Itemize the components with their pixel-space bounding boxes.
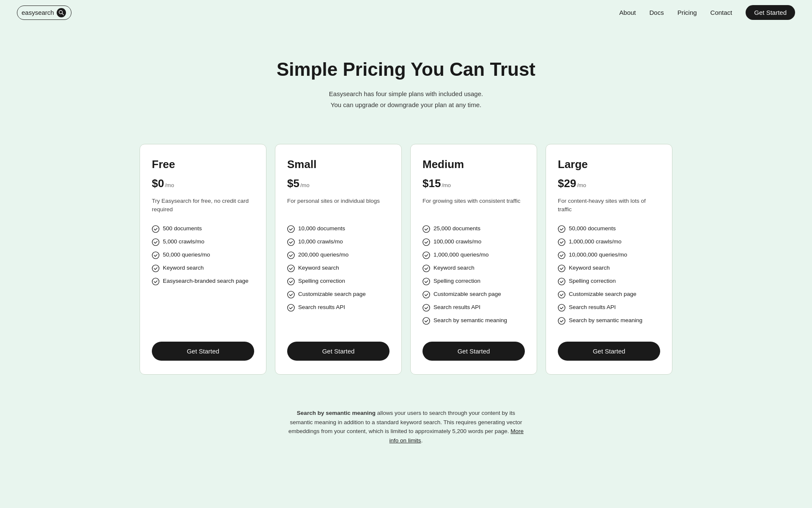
feature-item: 25,000 documents <box>422 225 525 233</box>
check-icon <box>558 251 565 259</box>
svg-point-9 <box>288 252 294 259</box>
check-icon <box>558 291 565 298</box>
feature-text: Search results API <box>298 304 345 312</box>
price-symbol: $ <box>287 177 293 190</box>
plan-description: For content-heavy sites with lots of tra… <box>558 197 660 215</box>
svg-point-22 <box>558 226 565 232</box>
svg-point-7 <box>288 226 294 232</box>
features-list: 25,000 documents 100,000 crawls/mo 1,000… <box>422 225 525 330</box>
hero-subtitle-line2: You can upgrade or downgrade your plan a… <box>331 101 481 108</box>
price-amount: 5 <box>293 177 299 190</box>
feature-item: Customizable search page <box>422 290 525 298</box>
pricing-card-large: Large $ 29 /mo For content-heavy sites w… <box>546 144 672 375</box>
check-icon <box>558 278 565 285</box>
hero-subtitle-line1: Easysearch has four simple plans with in… <box>329 90 483 97</box>
feature-item: 1,000,000 queries/mo <box>422 251 525 259</box>
svg-point-18 <box>423 278 430 285</box>
price-period: /mo <box>442 182 451 188</box>
get-started-button-small[interactable]: Get Started <box>287 342 390 361</box>
feature-text: 5,000 crawls/mo <box>163 238 204 246</box>
feature-text: 1,000,000 queries/mo <box>433 251 489 259</box>
feature-text: Spelling correction <box>298 277 345 285</box>
plan-name: Free <box>152 158 254 171</box>
svg-point-3 <box>152 239 159 246</box>
feature-text: 100,000 crawls/mo <box>433 238 481 246</box>
check-icon <box>422 265 430 272</box>
feature-item: Easysearch-branded search page <box>152 277 254 285</box>
footer-note: Search by semantic meaning allows your u… <box>279 400 533 462</box>
feature-item: Search by semantic meaning <box>422 317 525 325</box>
check-icon <box>558 304 565 312</box>
feature-item: Search results API <box>558 304 660 312</box>
svg-point-15 <box>423 239 430 246</box>
feature-item: Spelling correction <box>558 277 660 285</box>
check-icon <box>152 265 159 272</box>
pricing-section: Free $ 0 /mo Try Easysearch for free, no… <box>110 131 702 400</box>
feature-text: Search results API <box>433 304 480 312</box>
check-icon <box>152 251 159 259</box>
check-icon <box>152 225 159 233</box>
feature-item: Keyword search <box>558 264 660 272</box>
feature-item: 10,000,000 queries/mo <box>558 251 660 259</box>
svg-point-16 <box>423 252 430 259</box>
feature-item: 100,000 crawls/mo <box>422 238 525 246</box>
svg-point-8 <box>288 239 294 246</box>
nav-link-about[interactable]: About <box>619 9 636 16</box>
logo[interactable]: easysearch <box>17 6 71 20</box>
search-icon <box>57 8 66 17</box>
get-started-button-free[interactable]: Get Started <box>152 342 254 361</box>
svg-line-1 <box>62 13 63 15</box>
price-symbol: $ <box>422 177 428 190</box>
nav-link-pricing[interactable]: Pricing <box>678 9 697 16</box>
price-period: /mo <box>165 182 174 188</box>
svg-point-17 <box>423 265 430 272</box>
get-started-button-medium[interactable]: Get Started <box>422 342 525 361</box>
svg-point-24 <box>558 252 565 259</box>
feature-item: 1,000,000 crawls/mo <box>558 238 660 246</box>
check-icon <box>422 251 430 259</box>
check-icon <box>558 238 565 246</box>
price-amount: 0 <box>158 177 164 190</box>
price-amount: 29 <box>564 177 576 190</box>
feature-text: 200,000 queries/mo <box>298 251 348 259</box>
plan-price: $ 29 /mo <box>558 177 660 190</box>
check-icon <box>422 317 430 325</box>
feature-text: Easysearch-branded search page <box>163 277 249 285</box>
feature-item: 10,000 documents <box>287 225 390 233</box>
footer-note-text: Search by semantic meaning allows your u… <box>288 409 524 445</box>
svg-point-6 <box>152 278 159 285</box>
hero-subtitle: Easysearch has four simple plans with in… <box>8 88 804 110</box>
svg-point-21 <box>423 318 430 324</box>
nav-get-started-button[interactable]: Get Started <box>746 5 795 20</box>
nav-link-docs[interactable]: Docs <box>650 9 664 16</box>
feature-item: Keyword search <box>422 264 525 272</box>
hero-title: Simple Pricing You Can Trust <box>8 59 804 80</box>
feature-item: Spelling correction <box>422 277 525 285</box>
svg-point-11 <box>288 278 294 285</box>
features-list: 10,000 documents 10,000 crawls/mo 200,00… <box>287 225 390 330</box>
svg-point-23 <box>558 239 565 246</box>
logo-text: easysearch <box>22 9 54 16</box>
feature-text: Keyword search <box>569 264 610 272</box>
get-started-button-large[interactable]: Get Started <box>558 342 660 361</box>
features-list: 50,000 documents 1,000,000 crawls/mo 10,… <box>558 225 660 330</box>
feature-text: Keyword search <box>163 264 204 272</box>
price-amount: 15 <box>428 177 441 190</box>
feature-text: Search results API <box>569 304 616 312</box>
check-icon <box>287 225 295 233</box>
price-period: /mo <box>577 182 586 188</box>
plan-price: $ 5 /mo <box>287 177 390 190</box>
plan-name: Small <box>287 158 390 171</box>
check-icon <box>287 291 295 298</box>
check-icon <box>558 265 565 272</box>
feature-text: Search by semantic meaning <box>569 317 642 325</box>
feature-item: 5,000 crawls/mo <box>152 238 254 246</box>
check-icon <box>152 278 159 285</box>
nav-link-contact[interactable]: Contact <box>710 9 732 16</box>
feature-item: 10,000 crawls/mo <box>287 238 390 246</box>
feature-text: Customizable search page <box>569 290 636 298</box>
navbar: easysearch About Docs Pricing Contact Ge… <box>0 0 812 25</box>
feature-text: 10,000 crawls/mo <box>298 238 343 246</box>
feature-text: Customizable search page <box>298 290 366 298</box>
svg-point-29 <box>558 318 565 324</box>
